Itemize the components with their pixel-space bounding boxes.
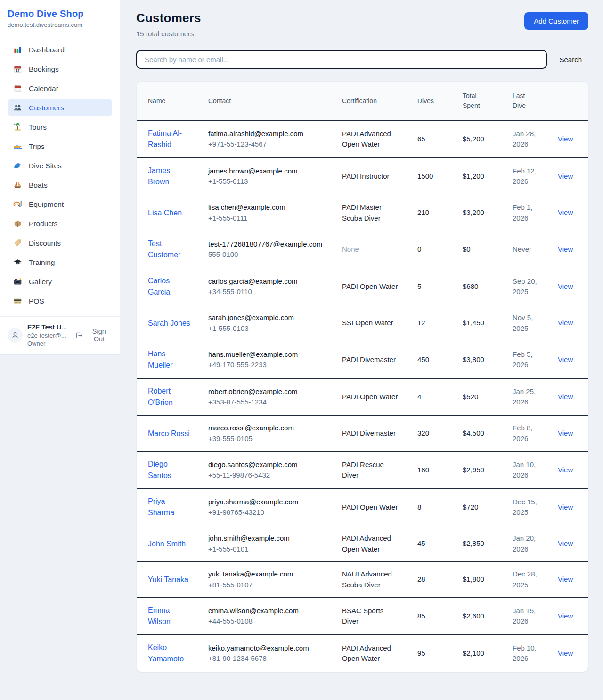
- view-link[interactable]: View: [558, 208, 573, 216]
- sidebar-item-label: Equipment: [29, 200, 64, 209]
- customer-email: james.brown@example.com: [208, 166, 326, 177]
- customer-certification: PADI Master Scuba Diver: [342, 202, 401, 223]
- customer-last-dive: Dec 15, 2025: [513, 497, 542, 518]
- sidebar-item-label: Boats: [29, 181, 48, 189]
- customer-name-link[interactable]: Test Customer: [148, 238, 192, 261]
- customer-row: Robert O'Brien robert.obrien@example.com…: [137, 379, 588, 416]
- sidebar-item-boats[interactable]: Boats: [8, 176, 112, 194]
- customer-name-link[interactable]: John Smith: [148, 538, 186, 550]
- sidebar: Demo Dive Shop demo.test.divestreams.com…: [0, 0, 120, 355]
- column-header-name: Name: [137, 82, 197, 121]
- sidebar-item-dive-sites[interactable]: Dive Sites: [8, 157, 112, 174]
- customer-phone: +1-555-0111: [208, 213, 326, 224]
- shop-domain: demo.test.divestreams.com: [8, 21, 112, 28]
- sidebar-item-gallery[interactable]: Gallery: [8, 273, 112, 290]
- customer-row: Emma Wilson emma.wilson@example.com +44-…: [137, 598, 588, 635]
- view-link[interactable]: View: [558, 355, 573, 363]
- sidebar-item-products[interactable]: Products: [8, 215, 112, 232]
- sidebar-item-tours[interactable]: Tours: [8, 118, 112, 136]
- view-link[interactable]: View: [558, 429, 573, 437]
- view-link[interactable]: View: [558, 245, 573, 253]
- customer-last-dive: Jan 28, 2026: [513, 129, 542, 150]
- customer-name-link[interactable]: James Brown: [148, 165, 192, 188]
- customer-dives: 1500: [417, 172, 433, 180]
- customer-phone: +44-555-0108: [208, 616, 326, 627]
- view-link[interactable]: View: [558, 466, 573, 474]
- user-meta: E2E Test U... e2e-tester@... Owner: [27, 323, 70, 347]
- customer-name-link[interactable]: Lisa Chen: [148, 207, 182, 219]
- column-header-last-dive: Last Dive: [501, 82, 546, 121]
- view-link[interactable]: View: [558, 282, 573, 290]
- customer-phone: +39-555-0105: [208, 434, 326, 445]
- sidebar-item-pos[interactable]: POS: [8, 292, 112, 310]
- add-customer-button[interactable]: Add Customer: [524, 12, 588, 30]
- sidebar-item-label: Products: [29, 220, 57, 228]
- view-link[interactable]: View: [558, 575, 573, 583]
- customer-name-link[interactable]: Marco Rossi: [148, 428, 190, 439]
- dive-sites-icon: [13, 161, 22, 170]
- search-button[interactable]: Search: [559, 56, 582, 64]
- customer-dives: 180: [417, 466, 429, 474]
- customer-email: fatima.alrashid@example.com: [208, 129, 326, 140]
- sidebar-item-equipment[interactable]: Equipment: [8, 196, 112, 213]
- customer-total-spent: $5,200: [463, 135, 484, 143]
- customer-name-link[interactable]: Sarah Jones: [148, 318, 190, 329]
- sidebar-item-dashboard[interactable]: Dashboard: [8, 41, 112, 58]
- customer-name-link[interactable]: Fatima Al-Rashid: [148, 128, 192, 150]
- sign-out-button[interactable]: Sign Out: [75, 328, 112, 343]
- column-header-certification: Certification: [331, 82, 406, 121]
- customer-total-spent: $720: [463, 503, 478, 511]
- bookings-icon: 17: [13, 65, 22, 74]
- customer-name-link[interactable]: Keiko Yamamoto: [148, 642, 192, 665]
- customer-dives: 8: [417, 503, 421, 511]
- customer-certification: NAUI Advanced Scuba Diver: [342, 569, 401, 590]
- customer-dives: 85: [417, 612, 425, 620]
- customer-certification: PADI Open Water: [342, 502, 401, 513]
- customer-total-spent: $0: [463, 245, 471, 253]
- customers-table: Name Contact Certification Dives Total S…: [137, 82, 588, 672]
- view-link[interactable]: View: [558, 612, 573, 620]
- view-link[interactable]: View: [558, 649, 573, 657]
- customer-name-link[interactable]: Diego Santos: [148, 459, 192, 481]
- customer-phone: +91-98765-43210: [208, 507, 326, 518]
- view-link[interactable]: View: [558, 135, 573, 143]
- customer-last-dive: Jan 10, 2026: [513, 460, 542, 481]
- sidebar-item-label: Discounts: [29, 239, 61, 247]
- customer-dives: 95: [417, 649, 425, 657]
- sidebar-item-label: Gallery: [29, 278, 52, 286]
- page-header: Customers 15 total customers Add Custome…: [136, 11, 588, 38]
- customer-total-spent: $2,850: [463, 539, 484, 547]
- search-input[interactable]: [136, 50, 547, 69]
- sidebar-item-calendar[interactable]: Calendar: [8, 80, 112, 97]
- customer-row: John Smith john.smith@example.com +1-555…: [137, 526, 588, 562]
- view-link[interactable]: View: [558, 503, 573, 511]
- customers-icon: [13, 103, 22, 112]
- customer-total-spent: $3,200: [463, 208, 484, 216]
- sidebar-item-bookings[interactable]: 17 Bookings: [8, 60, 112, 78]
- view-link[interactable]: View: [558, 172, 573, 180]
- customer-name-link[interactable]: Yuki Tanaka: [148, 574, 188, 585]
- customer-name-link[interactable]: Priya Sharma: [148, 496, 192, 519]
- sidebar-item-customers[interactable]: Customers: [8, 99, 112, 116]
- sign-out-icon: [75, 331, 83, 339]
- customer-name-link[interactable]: Carlos Garcia: [148, 275, 192, 298]
- customer-dives: 210: [417, 208, 429, 216]
- customer-name-link[interactable]: Hans Mueller: [148, 348, 192, 371]
- customer-name-link[interactable]: Emma Wilson: [148, 605, 192, 627]
- sidebar-item-discounts[interactable]: Discounts: [8, 234, 112, 252]
- sidebar-item-label: Training: [29, 258, 55, 267]
- trips-icon: [13, 142, 22, 151]
- customer-phone: +55-11-99876-5432: [208, 470, 326, 481]
- view-link[interactable]: View: [558, 319, 573, 327]
- shop-name: Demo Dive Shop: [8, 8, 112, 19]
- customer-dives: 65: [417, 135, 425, 143]
- customer-phone: +353-87-555-1234: [208, 397, 326, 408]
- view-link[interactable]: View: [558, 393, 573, 401]
- sidebar-item-training[interactable]: Training: [8, 254, 112, 271]
- view-link[interactable]: View: [558, 539, 573, 547]
- customer-name-link[interactable]: Robert O'Brien: [148, 386, 192, 408]
- customers-table-card: Name Contact Certification Dives Total S…: [136, 81, 588, 672]
- sign-out-label: Sign Out: [86, 328, 112, 343]
- sidebar-item-trips[interactable]: Trips: [8, 138, 112, 155]
- customer-last-dive: Feb 10, 2026: [513, 643, 542, 664]
